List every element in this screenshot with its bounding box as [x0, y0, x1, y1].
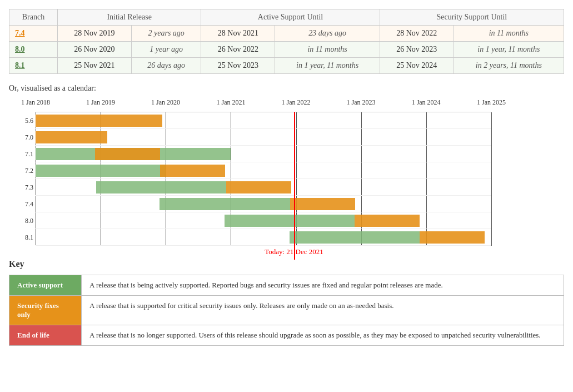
- gantt-row: 7.4: [36, 196, 491, 212]
- active-support-bar: [96, 181, 226, 193]
- security-only-bar: [160, 165, 225, 177]
- initial-rel: 26 days ago: [131, 58, 201, 74]
- branch-link[interactable]: 7.4: [15, 29, 25, 37]
- gantt-row: 5.6: [36, 112, 491, 129]
- initial-rel: 1 year ago: [131, 42, 201, 58]
- initial-rel: 2 years ago: [131, 26, 201, 42]
- security-only-bar: [95, 148, 160, 160]
- gantt-row-label: 5.6: [9, 116, 33, 125]
- active-date: 25 Nov 2023: [201, 58, 275, 74]
- table-row: 8.1 25 Nov 2021 26 days ago 25 Nov 2023 …: [9, 58, 564, 74]
- security-only-bar: [290, 198, 355, 210]
- active-rel: in 11 months: [275, 42, 380, 58]
- security-date: 28 Nov 2022: [380, 26, 454, 42]
- calendar-axis: 1 Jan 20181 Jan 20191 Jan 20201 Jan 2021…: [36, 98, 491, 111]
- active-support-bar: [160, 198, 290, 210]
- axis-label: 1 Jan 2019: [86, 98, 115, 107]
- axis-label: 1 Jan 2021: [216, 98, 245, 107]
- active-rel: in 1 year, 11 months: [275, 58, 380, 74]
- axis-label: 1 Jan 2020: [151, 98, 180, 107]
- gantt-row-label: 7.1: [9, 150, 33, 158]
- key-label: End of life: [9, 325, 82, 346]
- gantt-row-label: 8.0: [9, 216, 33, 225]
- gantt-row: 7.2: [36, 162, 491, 179]
- branch-cell[interactable]: 8.1: [9, 58, 58, 74]
- col-security: Security Support Until: [380, 9, 564, 26]
- axis-label: 1 Jan 2018: [21, 98, 50, 107]
- key-description: A release that is no longer supported. U…: [82, 325, 564, 346]
- table-row: 8.0 26 Nov 2020 1 year ago 26 Nov 2022 i…: [9, 42, 564, 58]
- initial-date: 25 Nov 2021: [57, 58, 131, 74]
- gantt-row: 7.1: [36, 146, 491, 162]
- gantt-row-label: 7.4: [9, 200, 33, 208]
- security-only-bar: [355, 215, 420, 227]
- security-rel: in 11 months: [454, 26, 564, 42]
- grid-line: [491, 112, 492, 246]
- gantt-row-label: 7.0: [9, 133, 33, 141]
- branch-cell[interactable]: 7.4: [9, 26, 58, 42]
- col-initial: Initial Release: [57, 9, 201, 26]
- axis-label: 1 Jan 2023: [347, 98, 376, 107]
- col-active: Active Support Until: [201, 9, 380, 26]
- axis-label: 1 Jan 2025: [477, 98, 506, 107]
- active-date: 28 Nov 2021: [201, 26, 275, 42]
- active-support-bar: [290, 231, 420, 244]
- active-date: 26 Nov 2022: [201, 42, 275, 58]
- security-only-bar: [36, 131, 107, 143]
- gantt-row: 8.1: [36, 229, 491, 246]
- key-title: Key: [9, 259, 564, 269]
- active-rel: 23 days ago: [275, 26, 380, 42]
- security-date: 25 Nov 2024: [380, 58, 454, 74]
- gantt-row: 8.0: [36, 212, 491, 229]
- axis-label: 1 Jan 2022: [282, 98, 311, 107]
- gantt-row: 7.0: [36, 129, 491, 146]
- active-support-bar: [225, 215, 355, 227]
- key-description: A release that is supported for critical…: [82, 296, 564, 325]
- initial-date: 26 Nov 2020: [57, 42, 131, 58]
- security-date: 26 Nov 2023: [380, 42, 454, 58]
- today-label: Today: 21 Dec 2021: [265, 247, 323, 257]
- security-rel: in 2 years, 11 months: [454, 58, 564, 74]
- security-rel: in 1 year, 11 months: [454, 42, 564, 58]
- gantt-row: 7.3: [36, 179, 491, 196]
- axis-label: 1 Jan 2024: [412, 98, 441, 107]
- branch-link[interactable]: 8.0: [15, 45, 25, 53]
- gantt-row-label: 7.2: [9, 166, 33, 175]
- key-row: Active support A release that is being a…: [9, 275, 564, 296]
- key-row: End of life A release that is no longer …: [9, 325, 564, 346]
- gantt-row-label: 7.3: [9, 183, 33, 191]
- key-row: Security fixes only A release that is su…: [9, 296, 564, 325]
- branch-cell[interactable]: 8.0: [9, 42, 58, 58]
- calendar-label: Or, visualised as a calendar:: [9, 84, 564, 93]
- key-table: Active support A release that is being a…: [9, 275, 564, 346]
- col-branch: Branch: [9, 9, 58, 26]
- security-only-bar: [420, 231, 485, 244]
- key-description: A release that is being actively support…: [82, 275, 564, 296]
- security-only-bar: [226, 181, 291, 193]
- active-support-bar: [36, 165, 166, 177]
- release-table: Branch Initial Release Active Support Un…: [9, 9, 564, 74]
- security-only-bar: [36, 115, 162, 127]
- key-label: Active support: [9, 275, 82, 296]
- branch-link[interactable]: 8.1: [15, 61, 25, 70]
- calendar-section: 1 Jan 20181 Jan 20191 Jan 20201 Jan 2021…: [9, 98, 564, 246]
- key-label: Security fixes only: [9, 296, 82, 325]
- gantt-row-label: 8.1: [9, 233, 33, 241]
- initial-date: 28 Nov 2019: [57, 26, 131, 42]
- table-row: 7.4 28 Nov 2019 2 years ago 28 Nov 2021 …: [9, 26, 564, 42]
